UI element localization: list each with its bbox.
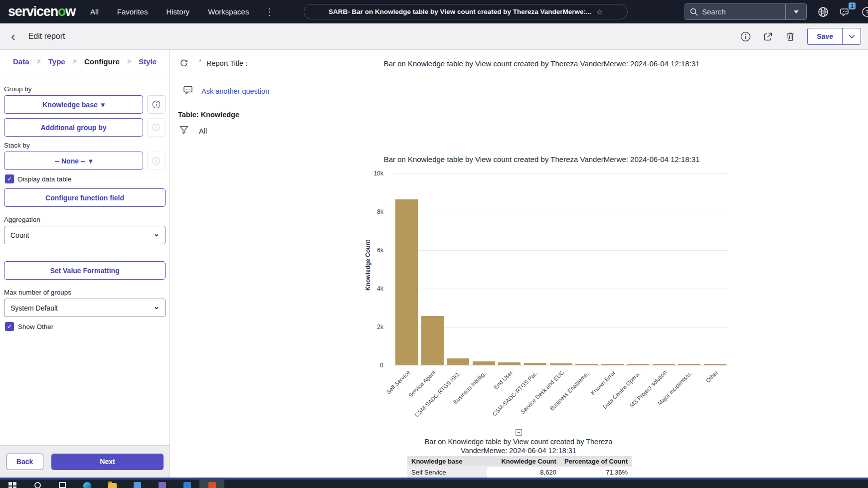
nav-item-workspaces[interactable]: Workspaces — [208, 7, 249, 16]
svg-text:?: ? — [866, 8, 868, 15]
logo-text: servicen — [8, 4, 58, 19]
share-icon[interactable] — [763, 31, 773, 42]
edge-icon[interactable] — [75, 480, 100, 488]
table-row: Self Service8,62071.36% — [407, 467, 632, 478]
back-icon[interactable]: ‹ — [11, 30, 15, 43]
configure-function-field-button[interactable]: Configure function field — [4, 188, 166, 207]
additional-group-by-button[interactable]: Additional group by — [4, 118, 143, 137]
filter-icon[interactable] — [179, 126, 188, 136]
chart-title: Bar on Knowledge table by View count cre… — [215, 155, 868, 163]
aggregation-select[interactable]: Count — [4, 226, 166, 244]
globe-icon[interactable] — [818, 6, 829, 17]
info-icon[interactable] — [740, 31, 751, 42]
wizard-footer: Back Next — [0, 445, 170, 478]
ask-question-icon — [183, 86, 193, 97]
bar-CSM-SADC-RTGS Par..[interactable] — [524, 363, 546, 365]
active-app-icon[interactable] — [199, 480, 224, 488]
required-icon: * — [199, 58, 201, 65]
x-label-Major incidents/u..: Major incidents/u.. — [637, 369, 694, 427]
x-label-CSM-SADC-RTGS ISO..: CSM-SADC-RTGS ISO.. — [405, 369, 463, 427]
bar-Business Intellig..[interactable] — [473, 361, 495, 365]
logo-text-end: w — [65, 4, 75, 19]
bar-Business Enableme..[interactable] — [575, 364, 598, 365]
square-glyph — [183, 482, 191, 488]
stack-by-dropdown[interactable]: -- None --▾ — [4, 152, 143, 170]
x-label-End User: End User — [457, 369, 514, 427]
bar-chart-plot — [394, 173, 728, 365]
back-button[interactable]: Back — [6, 454, 43, 470]
bar-Known Error[interactable] — [601, 364, 624, 365]
bar-CSM-SADC-RTGS ISO..[interactable] — [447, 358, 469, 365]
y-tick-6k: 6k — [377, 247, 383, 254]
bar-Data Centre Opera..[interactable] — [627, 364, 649, 365]
bar-MS Project solution[interactable] — [653, 364, 675, 365]
bar-Major incidents/u..[interactable] — [678, 364, 700, 365]
windows-taskbar — [0, 480, 868, 488]
step-configure[interactable]: Configure — [84, 57, 120, 66]
more-menu-icon[interactable]: ⋮ — [265, 6, 274, 17]
display-data-table-checkbox[interactable]: ✓ — [5, 174, 14, 183]
edge-glyph — [83, 482, 91, 488]
show-other-checkbox[interactable]: ✓ — [5, 322, 14, 331]
filter-condition-link[interactable]: All — [199, 127, 207, 135]
nav-item-history[interactable]: History — [166, 7, 189, 16]
step-style[interactable]: Style — [139, 57, 157, 66]
save-button[interactable]: Save — [807, 28, 842, 45]
max-groups-label: Max number of groups — [4, 289, 166, 296]
page-title: Edit report — [28, 32, 65, 41]
bar-Other[interactable] — [704, 364, 726, 365]
set-value-formatting-button[interactable]: Set Value Formatting — [4, 261, 166, 280]
app-blue-icon[interactable] — [125, 480, 150, 488]
delete-icon[interactable] — [785, 31, 795, 42]
servicenow-logo[interactable]: servicenow — [8, 4, 75, 19]
gridline-6k — [394, 250, 728, 251]
chat-icon[interactable]: 1 — [840, 6, 851, 17]
circle-glyph — [34, 482, 41, 488]
taskbar-search-icon[interactable] — [25, 480, 50, 488]
report-title-value[interactable]: Bar on Knowledge table by View count cre… — [215, 59, 868, 68]
show-other-label: Show Other — [18, 323, 53, 330]
chevron-down-icon: ▾ — [89, 157, 92, 165]
group-by-dropdown[interactable]: Knowledge base▾ — [4, 95, 143, 114]
refresh-icon[interactable] — [179, 58, 188, 69]
column-header-1: Knowledge Count — [487, 456, 560, 467]
favorite-star-icon[interactable]: ☆ — [596, 7, 603, 16]
step-data[interactable]: Data — [13, 57, 29, 66]
cell: 8,620 — [487, 467, 560, 478]
nav-item-all[interactable]: All — [90, 7, 99, 16]
y-tick-0: 0 — [380, 362, 383, 369]
x-label-Business Enableme..: Business Enableme.. — [533, 369, 591, 427]
next-button[interactable]: Next — [51, 454, 164, 470]
start-icon[interactable] — [0, 480, 25, 488]
step-type[interactable]: Type — [48, 57, 65, 66]
search-scope-dropdown[interactable] — [785, 4, 806, 19]
help-icon[interactable]: ? — [862, 6, 868, 17]
bar-End User[interactable] — [498, 362, 521, 365]
collapse-table-icon[interactable]: − — [516, 429, 522, 436]
x-label-Service Agent: Service Agent — [379, 369, 437, 427]
nav-item-favorites[interactable]: Favorites — [117, 7, 148, 16]
column-header-2: Percentage of Count — [560, 456, 632, 467]
group-by-label: Group by — [4, 85, 166, 93]
global-search — [685, 3, 807, 20]
gridline-4k — [394, 289, 728, 289]
ask-another-question-link[interactable]: Ask another question — [201, 87, 269, 95]
app-dark-blue-icon[interactable] — [174, 480, 199, 488]
save-dropdown-caret[interactable] — [842, 28, 861, 45]
bar-Service Agent[interactable] — [421, 316, 444, 365]
chevron-down-icon: ▾ — [101, 101, 105, 109]
file-explorer-icon[interactable] — [100, 480, 125, 488]
group-by-info-icon[interactable] — [147, 95, 166, 114]
report-tab-pill[interactable]: SARB- Bar on Knowledge table by View cou… — [304, 4, 628, 19]
app-purple-icon[interactable] — [150, 480, 174, 488]
gridline-0 — [394, 365, 728, 365]
x-label-Business Intellig..: Business Intellig.. — [431, 369, 488, 427]
search-input[interactable] — [702, 7, 785, 16]
bar-Self Service[interactable] — [395, 199, 418, 365]
max-groups-select[interactable]: System Default — [4, 299, 166, 317]
cell: 71.36% — [560, 467, 632, 478]
task-view-icon[interactable] — [50, 480, 75, 488]
breadcrumb-separator: > — [73, 57, 77, 65]
bar-Service Desk and EUC[interactable] — [550, 363, 572, 365]
notification-badge: 1 — [849, 2, 856, 9]
